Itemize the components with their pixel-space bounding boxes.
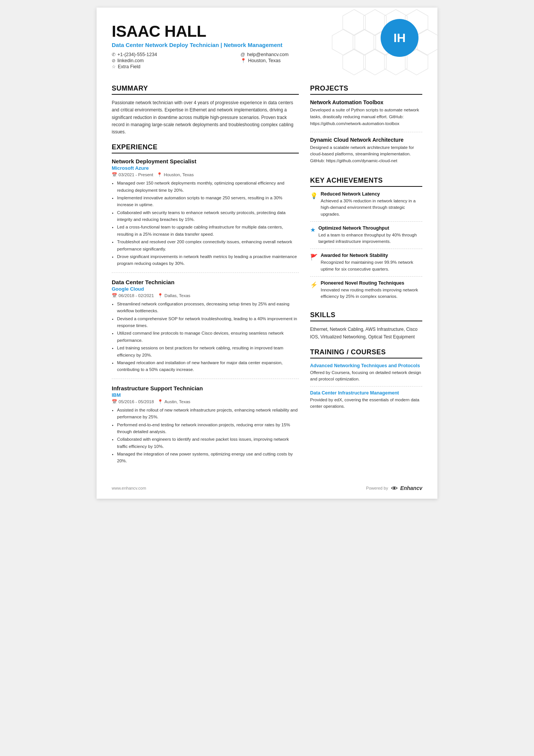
lightning-icon: ⚡	[310, 281, 318, 288]
project-title-2: Dynamic Cloud Network Architecture	[310, 137, 422, 143]
skills-text: Ethernet, Network Cabling, AWS Infrastru…	[310, 326, 422, 340]
job-company-3: IBM	[112, 392, 299, 398]
project-title-1: Network Automation Toolbox	[310, 99, 422, 105]
bullet-3-3: Collaborated with engineers to identify …	[117, 436, 299, 450]
projects-heading: PROJECTS	[310, 85, 422, 95]
location-icon: 📍	[240, 58, 246, 63]
powered-by-text: Powered by	[366, 486, 388, 490]
skills-section: SKILLS Ethernet, Network Cabling, AWS In…	[310, 311, 422, 340]
achievement-desc-4: Innovated new routing methods improving …	[321, 287, 422, 300]
footer: www.enhancv.com Powered by Enhancv	[112, 485, 422, 491]
job-date-2: 📅 06/2018 - 02/2021	[112, 293, 154, 298]
applicant-name: ISAAC HALL	[112, 23, 362, 40]
bullet-2-3: Utilized command line protocols to manag…	[117, 330, 299, 344]
achievement-desc-1: Achieved a 30% reduction in network late…	[321, 198, 422, 218]
achievement-title-1: Reduced Network Latency	[321, 191, 422, 197]
training-title-2: Data Center Infrastructure Management	[310, 390, 422, 396]
flag-icon: 🚩	[310, 254, 318, 261]
bullet-2-1: Streamlined network configuration proces…	[117, 301, 299, 315]
project-block-2: Dynamic Cloud Network Architecture Desig…	[310, 137, 422, 169]
achievement-4: ⚡ Pioneered Novel Routing Techniques Inn…	[310, 280, 422, 304]
achievements-heading: KEY ACHIEVEMENTS	[310, 177, 422, 187]
job-block-2: Data Center Technician Google Cloud 📅 06…	[112, 279, 299, 379]
project-block-1: Network Automation Toolbox Developed a s…	[310, 99, 422, 132]
phone-icon: ✆	[112, 52, 116, 57]
pin-icon-1: 📍	[157, 172, 162, 177]
job-company-2: Google Cloud	[112, 286, 299, 292]
achievement-title-4: Pioneered Novel Routing Techniques	[321, 280, 422, 286]
bullet-2-4: Led training sessions on best practices …	[117, 344, 299, 358]
right-column: PROJECTS Network Automation Toolbox Deve…	[310, 77, 422, 476]
job-title-2: Data Center Technician	[112, 279, 299, 285]
pin-icon-3: 📍	[158, 399, 163, 404]
bullet-3-2: Performed end-to-end testing for network…	[117, 421, 299, 435]
job-meta-3: 📅 05/2016 - 05/2018 📍 Austin, Texas	[112, 399, 299, 404]
star-extra-icon: ☆	[112, 64, 116, 69]
achievement-desc-2: Led a team to enhance throughput by 40% …	[319, 232, 422, 245]
applicant-title: Data Center Network Deploy Technician | …	[112, 42, 362, 48]
achievements-section: KEY ACHIEVEMENTS 💡 Reduced Network Laten…	[310, 177, 422, 304]
star-achievement-icon: ★	[310, 226, 315, 233]
email-icon: @	[240, 52, 245, 57]
contact-phone: ✆ +1-(234)-555-1234	[112, 52, 233, 57]
bullet-2-5: Managed relocation and installation of n…	[117, 359, 299, 373]
job-company-1: Microsoft Azure	[112, 165, 299, 171]
training-title-1: Advanced Networking Techniques and Proto…	[310, 363, 422, 368]
bullet-1-3: Collaborated with security teams to enha…	[117, 209, 299, 223]
brand-name: Enhancv	[400, 485, 422, 491]
footer-logo: Powered by Enhancv	[366, 485, 422, 491]
contact-list: ✆ +1-(234)-555-1234 @ help@enhancv.com ⊘…	[112, 52, 362, 69]
achievement-desc-3: Recognized for maintaining over 99.9% ne…	[321, 259, 422, 272]
achievement-1: 💡 Reduced Network Latency Achieved a 30%…	[310, 191, 422, 222]
job-meta-2: 📅 06/2018 - 02/2021 📍 Dallas, Texas	[112, 293, 299, 298]
summary-text: Passionate network technician with over …	[112, 99, 299, 136]
calendar-icon-1: 📅	[112, 172, 117, 177]
contact-email: @ help@enhancv.com	[240, 52, 362, 57]
training-block-2: Data Center Infrastructure Management Pr…	[310, 390, 422, 414]
calendar-icon-3: 📅	[112, 399, 117, 404]
project-desc-2: Designed a scalable network architecture…	[310, 144, 422, 164]
experience-heading: EXPERIENCE	[112, 143, 299, 153]
bullet-1-2: Implemented innovative automation script…	[117, 194, 299, 208]
training-desc-2: Provided by edX, covering the essentials…	[310, 397, 422, 410]
job-bullets-2: Streamlined network configuration proces…	[112, 301, 299, 373]
job-block-1: Network Deployment Specialist Microsoft …	[112, 158, 299, 273]
summary-section: SUMMARY Passionate network technician wi…	[112, 85, 299, 136]
job-date-1: 📅 03/2021 - Present	[112, 172, 153, 177]
job-block-3: Infrastructure Support Technician IBM 📅 …	[112, 385, 299, 470]
projects-section: PROJECTS Network Automation Toolbox Deve…	[310, 85, 422, 169]
job-title-3: Infrastructure Support Technician	[112, 385, 299, 391]
experience-section: EXPERIENCE Network Deployment Specialist…	[112, 143, 299, 470]
skills-heading: SKILLS	[310, 311, 422, 321]
training-block-1: Advanced Networking Techniques and Proto…	[310, 363, 422, 387]
bullet-3-1: Assisted in the rollout of new network i…	[117, 407, 299, 421]
job-location-3: 📍 Austin, Texas	[158, 399, 190, 404]
achievement-title-3: Awarded for Network Stability	[321, 253, 422, 258]
contact-location: 📍 Houston, Texas	[240, 58, 362, 63]
contact-extra: ☆ Extra Field	[112, 64, 233, 69]
enhancv-logo-icon	[390, 485, 398, 491]
bullet-1-5: Troubleshot and resolved over 200 comple…	[117, 238, 299, 252]
project-desc-1: Developed a suite of Python scripts to a…	[310, 107, 422, 127]
svg-point-13	[393, 487, 395, 489]
achievement-title-2: Optimized Network Throughput	[319, 225, 422, 231]
job-meta-1: 📅 03/2021 - Present 📍 Houston, Texas	[112, 172, 299, 177]
lightbulb-icon: 💡	[310, 192, 318, 199]
resume-page: IH ISAAC HALL Data Center Network Deploy…	[97, 8, 437, 499]
job-title-1: Network Deployment Specialist	[112, 158, 299, 164]
job-location-1: 📍 Houston, Texas	[157, 172, 194, 177]
bullet-3-4: Managed the integration of new power sys…	[117, 451, 299, 465]
job-bullets-3: Assisted in the rollout of new network i…	[112, 407, 299, 465]
job-location-2: 📍 Dallas, Texas	[158, 293, 190, 298]
left-column: SUMMARY Passionate network technician wi…	[112, 77, 299, 476]
bullet-1-4: Led a cross-functional team to upgrade c…	[117, 224, 299, 238]
calendar-icon-2: 📅	[112, 293, 117, 298]
achievement-3: 🚩 Awarded for Network Stability Recogniz…	[310, 253, 422, 277]
training-heading: TRAINING / COURSES	[310, 348, 422, 358]
footer-website: www.enhancv.com	[112, 486, 146, 490]
two-column-layout: SUMMARY Passionate network technician wi…	[112, 77, 422, 476]
summary-heading: SUMMARY	[112, 85, 299, 95]
avatar: IH	[381, 19, 418, 57]
bullet-2-2: Devised a comprehensive SOP for network …	[117, 315, 299, 329]
bullet-1-1: Managed over 150 network deployments mon…	[117, 180, 299, 194]
